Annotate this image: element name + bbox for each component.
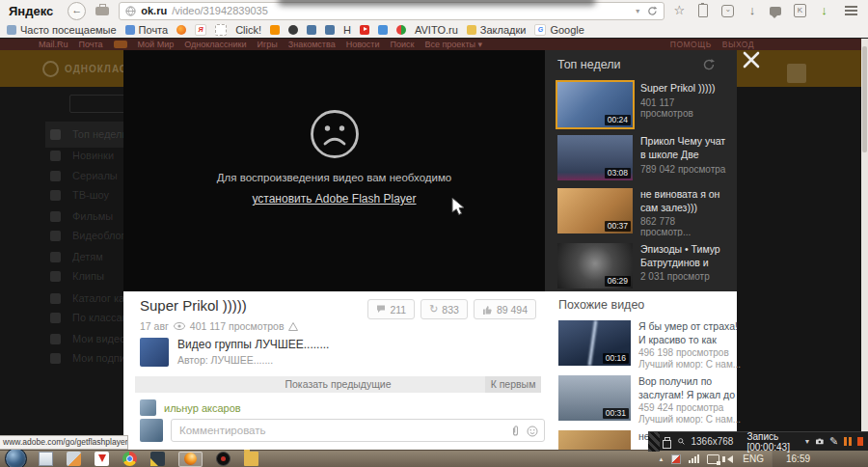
sidebar-item-kids[interactable]: Детям [50, 251, 103, 262]
video-title[interactable]: Вор получил по заслугам! Я ржал до [638, 375, 741, 401]
yandex-bookmark-icon[interactable]: Я [195, 24, 206, 36]
similar-video-1[interactable]: 00:16 Я бы умер от страха! И красиво то … [558, 320, 732, 370]
menu-icon[interactable] [845, 6, 857, 15]
extension-k-icon[interactable]: K [794, 4, 806, 17]
start-button[interactable] [5, 448, 27, 467]
sidebar-item-blogs[interactable]: Видеоблоги [50, 230, 131, 241]
sidebar-item-classes[interactable]: По классам [50, 312, 129, 323]
sidebar-item-new[interactable]: Новинки [50, 150, 114, 161]
clipboard-icon[interactable] [698, 4, 708, 17]
mailru-games-link[interactable]: Игры [257, 40, 277, 49]
taskbar-app-icon[interactable] [150, 452, 165, 466]
exit-link[interactable]: ВЫХОД [722, 40, 754, 49]
chat-icon[interactable] [770, 7, 780, 15]
bookmark-frequent[interactable]: Часто посещаемые [7, 24, 117, 36]
stop-recording-button[interactable] [857, 437, 863, 446]
like-button[interactable]: 89 494 [474, 299, 536, 319]
top-week-video-3[interactable]: 00:37 не виновата я он сам залез))) 862 … [557, 188, 727, 236]
sidebar-item-tv[interactable]: ТВ-шоу [50, 189, 109, 201]
video-thumbnail[interactable]: 00:37 [558, 430, 631, 450]
comment-input[interactable] [172, 420, 544, 441]
bookmark-avito[interactable]: AVITO.ru [415, 24, 458, 36]
vk-bookmark-icon[interactable] [307, 25, 316, 35]
top-week-video-4[interactable]: 06:29 Эпизоды • Тимур Батрутдинов и 2 03… [557, 243, 727, 291]
video-thumbnail[interactable]: 00:31 [558, 375, 631, 421]
dots-bookmark-icon[interactable] [396, 25, 406, 35]
browser-scrollbar[interactable] [861, 39, 868, 450]
mailru-dating-link[interactable]: Знакомства [288, 40, 336, 49]
comments-button[interactable]: 211 [367, 299, 415, 319]
video-title[interactable]: Я бы умер от страха! И красиво то как [638, 320, 741, 346]
attach-icon[interactable] [510, 425, 521, 437]
pause-recording-button[interactable] [844, 437, 852, 446]
docs-bookmark-icon[interactable] [378, 25, 388, 35]
taskbar-explorer-icon[interactable] [244, 452, 258, 466]
video-title[interactable]: Super Prikol ))))) [640, 82, 727, 96]
pocket-icon[interactable]: ⌄ [721, 5, 734, 17]
taskbar-recorder-icon[interactable] [216, 452, 231, 466]
taskbar-firefox-active[interactable] [178, 452, 203, 467]
video-title[interactable]: Эпизоды • Тимур Батрутдинов и [640, 243, 727, 269]
sidebar-item-films[interactable]: Фильмы [50, 210, 113, 222]
user-avatar[interactable] [787, 64, 806, 83]
taskbar-chrome-icon[interactable] [122, 452, 137, 466]
bookmark-h[interactable]: H [343, 24, 351, 36]
smiley-icon[interactable] [527, 426, 538, 437]
similar-video-2[interactable]: 00:31 Вор получил по заслугам! Я ржал до… [558, 375, 732, 425]
top-week-video-1[interactable]: 00:24 Super Prikol ))))) 401 117 просмот… [557, 82, 727, 130]
description-text[interactable]: Видео группы ЛУЧШЕЕ........ [177, 338, 329, 351]
scrollbar-thumb[interactable] [862, 46, 867, 152]
video-title[interactable]: не виновата я он сам залез))) [640, 188, 727, 214]
ok-bookmark-icon[interactable] [270, 25, 280, 35]
restore-window-icon[interactable] [665, 437, 670, 446]
bookmark-folder[interactable]: Закладки [467, 24, 527, 36]
video-thumbnail[interactable]: 06:29 [557, 243, 633, 288]
annotate-pencil-icon[interactable]: ✎ [829, 435, 838, 448]
recorder-dropdown-icon[interactable]: ▼ [803, 438, 810, 445]
bookmark-google[interactable]: GGoogle [534, 24, 583, 36]
to-first-button[interactable]: К первым [485, 376, 541, 393]
taskbar-notepad-icon[interactable] [39, 452, 53, 466]
top-week-video-2[interactable]: 03:08 Прикол Чему учат в школе Две тупые… [557, 135, 727, 183]
sidebar-item-top-week[interactable]: Топ недели [50, 128, 128, 140]
commenter-avatar[interactable] [140, 399, 156, 416]
mailru-world-link[interactable]: Мой Мир [138, 40, 175, 49]
screenshot-camera-icon[interactable] [816, 437, 824, 446]
show-previous-button[interactable]: Показать предыдущие К первым [135, 376, 541, 393]
video-thumbnail[interactable]: 00:24 [557, 82, 633, 127]
volume-tray-icon[interactable] [727, 455, 733, 463]
mailru-mail-link[interactable]: Почта [79, 40, 103, 49]
bookmark-star-icon[interactable]: ☆ [671, 2, 688, 19]
clock[interactable]: 16:59 [772, 451, 868, 467]
language-indicator[interactable]: ENG [743, 453, 764, 464]
refresh-icon[interactable] [702, 58, 716, 71]
mailru-link[interactable]: Mail.Ru [39, 40, 68, 49]
mailru-projects-link[interactable]: Все проекты ▾ [424, 40, 482, 49]
help-link[interactable]: ПОМОЩЬ [670, 40, 712, 49]
mailru-search-link[interactable]: Поиск [391, 40, 415, 49]
video-thumbnail[interactable]: 03:08 [557, 135, 633, 180]
report-icon[interactable] [288, 322, 298, 331]
magnifier-icon[interactable] [678, 436, 685, 447]
firefox-bookmark-icon[interactable] [176, 25, 186, 35]
bookmark-mail[interactable]: Почта [125, 24, 169, 36]
signal-tray-icon[interactable] [689, 454, 699, 463]
yandex-logo[interactable]: Яндекс [5, 4, 61, 18]
dark-bookmark-icon[interactable] [288, 25, 298, 35]
close-icon[interactable] [743, 51, 760, 69]
video-thumbnail[interactable]: 00:16 [558, 320, 631, 366]
share-button[interactable]: ↻ 833 [420, 299, 468, 319]
commenter-name[interactable]: ильнур аксаров [164, 402, 241, 414]
video-thumbnail[interactable]: 00:37 [557, 188, 633, 234]
back-button[interactable]: ← [68, 2, 86, 20]
downloads-icon[interactable]: ↓ [744, 2, 760, 19]
dashed-bookmark-icon[interactable] [215, 24, 227, 36]
group-avatar[interactable] [140, 338, 169, 367]
mailru-ok-link[interactable]: Одноклассники [184, 40, 246, 49]
tray-expand-icon[interactable]: ▲ [658, 456, 664, 462]
sidebar-item-series[interactable]: Сериалы [50, 170, 118, 181]
network-tray-icon[interactable] [707, 454, 719, 464]
sidebar-item-my-videos[interactable]: Мои видео [50, 333, 125, 344]
bookmark-click[interactable]: Click! [235, 24, 261, 36]
sidebar-item-clips[interactable]: Клипы [50, 270, 104, 282]
